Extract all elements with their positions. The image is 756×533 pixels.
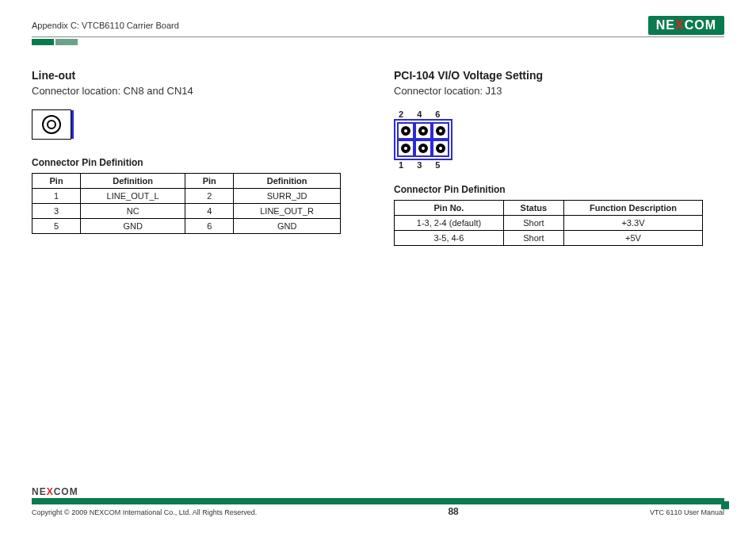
table-row: 3-5, 4-6 Short +5V xyxy=(395,231,703,246)
table-header-row: Pin Definition Pin Definition xyxy=(32,174,341,189)
cell: 1-3, 2-4 (default) xyxy=(395,216,504,231)
manual-name: VTC 6110 User Manual xyxy=(650,508,724,516)
col-status: Status xyxy=(503,201,563,216)
pin-label: 5 xyxy=(435,160,440,170)
header-tab-decor xyxy=(32,39,724,45)
jumper-pin-icon xyxy=(436,144,445,153)
cell: GND xyxy=(81,219,185,234)
voltage-location: Connector location: J13 xyxy=(394,85,724,97)
logo-com: COM xyxy=(54,486,78,497)
col-def: Definition xyxy=(234,174,341,189)
cell: 6 xyxy=(185,219,234,234)
line-out-connector-icon xyxy=(32,109,71,140)
cell: LINE_OUT_L xyxy=(81,189,185,204)
logo-com: COM xyxy=(685,18,716,32)
cell: Short xyxy=(503,216,563,231)
line-out-location: Connector location: CN8 and CN14 xyxy=(32,85,362,97)
jumper-pin-icon xyxy=(418,144,428,153)
cell: 2 xyxy=(185,189,234,204)
svg-point-0 xyxy=(43,116,60,133)
svg-point-1 xyxy=(48,121,55,128)
cell: Short xyxy=(503,231,563,246)
pin-label: 2 xyxy=(399,109,403,119)
cell: LINE_OUT_R xyxy=(234,204,341,219)
logo-x: X xyxy=(675,18,685,32)
voltage-pin-table: Pin No. Status Function Description 1-3,… xyxy=(394,200,703,246)
nexcom-logo-top: NEXCOM xyxy=(648,16,724,35)
pin-label: 4 xyxy=(417,109,422,119)
voltage-section: PCI-104 VI/O Voltage Setting Connector l… xyxy=(394,69,724,246)
logo-x: X xyxy=(47,486,54,497)
line-out-section: Line-out Connector location: CN8 and CN1… xyxy=(32,69,362,246)
cell: 5 xyxy=(32,219,81,234)
appendix-title: Appendix C: VTCB6110 Carrier Board xyxy=(32,21,179,30)
col-pin: Pin xyxy=(185,174,234,189)
table-row: 3 NC 4 LINE_OUT_R xyxy=(32,204,341,219)
page-number: 88 xyxy=(448,506,458,517)
copyright-text: Copyright © 2009 NEXCOM International Co… xyxy=(32,508,257,516)
jumper-pin-icon xyxy=(418,126,428,136)
pin-label: 1 xyxy=(399,160,403,170)
table-row: 1-3, 2-4 (default) Short +3.3V xyxy=(395,216,703,231)
cell: 3-5, 4-6 xyxy=(395,231,504,246)
jumper-j13-diagram: 2 4 6 1 xyxy=(394,109,724,170)
pin-label: 3 xyxy=(417,160,422,170)
line-out-pin-table: Pin Definition Pin Definition 1 LINE_OUT… xyxy=(32,173,341,234)
logo-ne: NE xyxy=(32,486,47,497)
cell: GND xyxy=(234,219,341,234)
jumper-pin-icon xyxy=(436,126,445,136)
jumper-pin-icon xyxy=(401,126,410,136)
cell: +3.3V xyxy=(563,216,702,231)
voltage-title: PCI-104 VI/O Voltage Setting xyxy=(394,69,724,82)
table-row: 5 GND 6 GND xyxy=(32,219,341,234)
cell: SURR_JD xyxy=(234,189,341,204)
col-func: Function Description xyxy=(563,201,702,216)
line-out-title: Line-out xyxy=(32,69,362,82)
col-pinno: Pin No. xyxy=(395,201,504,216)
footer-bar xyxy=(32,498,724,504)
cell: +5V xyxy=(563,231,702,246)
pin-label: 6 xyxy=(435,109,440,119)
col-pin: Pin xyxy=(32,174,81,189)
cell: NC xyxy=(81,204,185,219)
col-def: Definition xyxy=(81,174,185,189)
table-header-row: Pin No. Status Function Description xyxy=(395,201,703,216)
logo-ne: NE xyxy=(656,18,675,32)
cell: 1 xyxy=(32,189,81,204)
cell: 3 xyxy=(32,204,81,219)
nexcom-logo-footer: NEXCOM xyxy=(32,486,724,497)
table-row: 1 LINE_OUT_L 2 SURR_JD xyxy=(32,189,341,204)
cell: 4 xyxy=(185,204,234,219)
voltage-table-caption: Connector Pin Definition xyxy=(394,184,724,195)
line-out-table-caption: Connector Pin Definition xyxy=(32,157,362,168)
jumper-pin-icon xyxy=(401,144,410,153)
